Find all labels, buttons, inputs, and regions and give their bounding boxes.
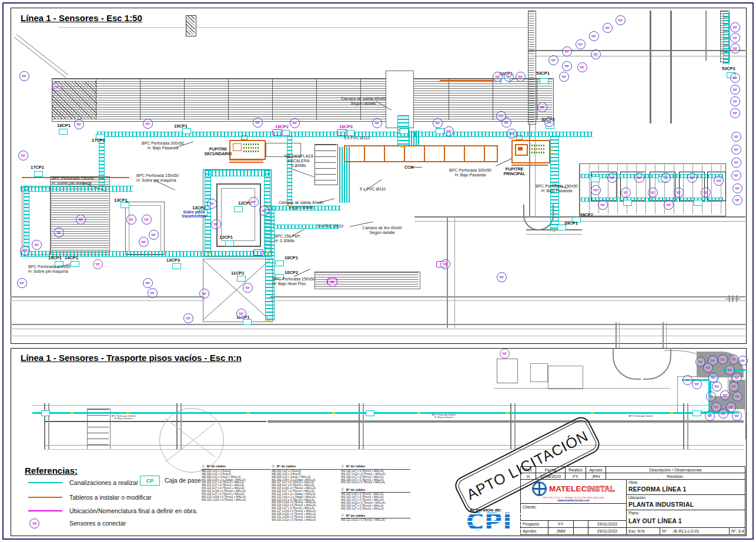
junction-mark <box>266 251 269 253</box>
cp-pass-box <box>366 410 374 416</box>
cable-header-text: Nº de cables <box>207 464 226 468</box>
sensor-marker <box>714 176 724 186</box>
sensor-marker <box>207 199 217 209</box>
line-v <box>535 123 536 218</box>
sensor-marker <box>730 96 740 106</box>
drawing-label: PUPITRE PRINCIPAL <box>503 167 525 176</box>
drawing-label: CCM <box>404 165 414 170</box>
sensor-marker <box>731 132 741 142</box>
sensor-marker <box>718 354 728 364</box>
legend-swatch-magenta <box>28 510 62 511</box>
sensor-marker <box>576 39 586 49</box>
line-h <box>725 299 741 299</box>
cable-header-text: Nº de cables <box>346 488 366 491</box>
warning-triangle-icon: ⚠ <box>341 513 344 517</box>
sensor-marker <box>199 289 209 299</box>
sensor-marker <box>730 33 740 43</box>
cable-header-text: Nº de cables <box>346 464 366 468</box>
tb-logo-cell: MATELECINSTAL PROYECTOS Y OBRAS ELECTROM… <box>520 479 627 504</box>
cp-pass-box <box>400 128 409 134</box>
cable-group-header: ⚠Nº de cables <box>341 464 410 470</box>
sensor-marker <box>559 72 569 82</box>
cable-group: ⚠Nº de cablesWE-001 1x(2 x 2.5mm2)WE-002… <box>272 464 341 521</box>
cp-label: 39CP2 <box>580 212 593 218</box>
line-h <box>11 329 745 329</box>
drawing-label: 5 x PVC Ø110 <box>317 224 343 229</box>
canalization-run <box>287 136 292 205</box>
line-v <box>737 295 737 302</box>
tb-cliente-cell: Cliente: <box>520 503 627 521</box>
cp-pass-box <box>71 261 79 267</box>
sensor-marker <box>730 108 740 118</box>
sensor-marker <box>516 72 526 82</box>
sensor-marker <box>18 150 28 160</box>
canalization-run <box>21 186 133 192</box>
sensor-marker <box>19 71 29 81</box>
drawing-label: BPC Perforada 150x50 H: Bajo Pasarela <box>536 184 578 193</box>
canalization-line <box>32 412 739 414</box>
panel2-title: Línea 1 - Sensores - Trasporte pisos vac… <box>21 353 242 363</box>
line-h <box>11 324 745 325</box>
sensor-marker <box>440 259 450 269</box>
nomenclatura-mark <box>253 249 263 256</box>
cp-label: 13CP1 <box>114 198 128 203</box>
sensor-marker <box>17 278 27 288</box>
sensor-marker <box>732 411 742 421</box>
cp-legend-label: Caja de pase <box>165 477 201 484</box>
junction-mark <box>207 252 210 254</box>
sensor-marker <box>712 382 722 392</box>
cp-pass-box <box>623 200 632 206</box>
nomenclatura-mark <box>337 129 347 136</box>
sensor-marker <box>607 173 617 183</box>
drawing-label: 5 x PVC Ø110 <box>360 187 386 192</box>
cp-label: 13CP3 <box>166 257 180 263</box>
sensor-marker <box>732 183 742 193</box>
drawing-label: 5 x PVC Ø110 <box>344 136 370 140</box>
sensor-marker <box>143 278 153 288</box>
drawing-label: Cámara de salida 40x40 Según detalle <box>341 96 386 106</box>
pupitre-icon <box>241 135 247 140</box>
cp-pass-box <box>34 171 43 177</box>
cable-group-header: ⚠Nº de cables <box>341 487 410 493</box>
line-h <box>44 449 744 450</box>
line-h <box>494 388 670 389</box>
line-h <box>528 50 745 51</box>
cp-label: 12CP1 <box>219 235 233 240</box>
junction-mark <box>99 184 102 186</box>
line-v <box>529 123 530 218</box>
sensor-marker <box>687 173 697 183</box>
junction-mark <box>553 230 556 232</box>
sensor-marker <box>725 365 735 375</box>
sensor-marker <box>372 118 382 128</box>
line-h <box>526 234 582 235</box>
cp-pass-box <box>243 319 252 325</box>
cable-list: ⚠Nº de cablesWS-106 1x(7 x 0.75mm2 + MAL… <box>341 464 410 525</box>
cable-group-header: ⚠Nº de cables <box>272 464 341 470</box>
line-v <box>619 322 620 348</box>
line-v <box>342 147 343 203</box>
cp-pass-box <box>59 129 68 135</box>
drawing-label: *SE DESPLAZA ESCALERA 0.80Mts <box>284 154 314 168</box>
tb-plano-cell: Plano:LAY OUT LÍNEA 1 <box>626 510 745 528</box>
junction-mark <box>266 319 269 321</box>
sensor-marker <box>126 215 136 225</box>
cp-pass-box <box>172 263 181 269</box>
sensor-marker <box>718 409 728 419</box>
warning-triangle-icon: ⚠ <box>341 464 344 469</box>
tb-esc-cell: Esc: N:N <box>626 527 660 535</box>
line-h <box>270 300 745 301</box>
sensor-marker <box>290 118 300 128</box>
tb-ubicacion-cell: Ubicación:PLANTA INDUSTRIAL <box>626 494 745 510</box>
sensor-marker <box>661 173 671 183</box>
canalization-run <box>99 136 105 186</box>
pupitre-leds <box>529 152 544 153</box>
sensor-marker <box>562 61 572 71</box>
cable-entry: WS-105 1x(7 x 0.75mm2 + MALLA) <box>341 508 410 511</box>
cp-label: 17CP1 <box>31 165 44 170</box>
line-h <box>11 336 745 336</box>
hatch-fill <box>88 409 109 448</box>
machine-outline <box>530 363 548 382</box>
junction-mark <box>506 412 509 414</box>
drawing-label: BPC Perforada 300x50 H: Bajo Pasarela <box>449 168 491 178</box>
sensor-marker <box>615 15 625 25</box>
